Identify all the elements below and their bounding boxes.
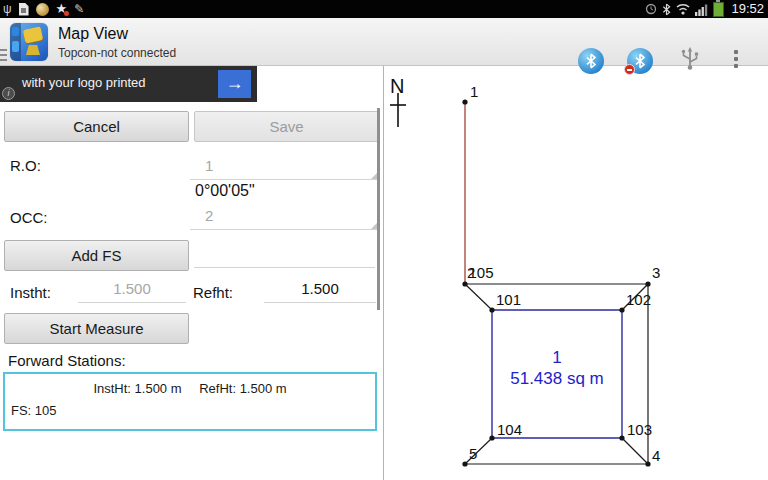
instht-label: Instht: [10,284,51,301]
app-icon[interactable] [10,23,48,61]
coin-app-icon [36,3,49,16]
occ-input[interactable]: 2 [190,202,378,230]
app-bar: Map View Topcon-not connected [0,18,768,66]
map-point-5 [462,461,467,466]
connection-status: Topcon-not connected [58,46,176,60]
ad-text: with your logo printed [22,75,146,90]
ad-banner[interactable]: with your logo printed → i [0,66,257,102]
map-line-2-101 [465,284,492,310]
map-line-4-103 [622,438,648,464]
status-bar: ψ ★ ✎ 19:52 [0,0,768,18]
ro-label: R.O: [10,157,41,174]
fs-item-refht: RefHt: 1.500 m [199,381,286,396]
refht-label: Refht: [193,284,233,301]
ad-arrow-button[interactable]: → [218,70,251,98]
parcel-area-label: 51.438 sq m [510,369,604,388]
instht-input[interactable]: 1.500 [78,275,186,303]
bluetooth-icon [634,53,646,69]
north-cross-icon [390,93,406,127]
save-button[interactable]: Save [194,111,379,142]
pencil-icon: ✎ [74,0,84,18]
cancel-button[interactable]: Cancel [4,111,189,142]
map-point-label-104: 104 [497,421,522,438]
bluetooth-icon [585,53,597,69]
map-point-label-103: 103 [627,421,652,438]
star-notification-icon: ★ [56,0,68,18]
status-bar-right-icons: 19:52 [645,0,768,18]
map-point-102 [619,307,624,312]
map-point-label-105: 105 [469,264,494,281]
page-title: Map View [58,25,128,43]
bluetooth-disconnect-button[interactable] [627,48,653,74]
map-view-canvas[interactable]: N 1 51.438 sq m 12105310110210310454 [384,66,768,480]
occ-label: OCC: [10,209,48,226]
wifi-icon [676,3,690,15]
form-scrollbar[interactable] [377,108,380,310]
battery-icon [713,2,724,17]
forward-station-list-item[interactable]: InstHt: 1.500 m RefHt: 1.500 m FS: 105 [3,372,377,431]
bluetooth-connect-button[interactable] [578,48,604,74]
map-point-104 [489,435,494,440]
refht-input[interactable]: 1.500 [264,275,376,303]
map-point-4 [645,461,650,466]
add-fs-button[interactable]: Add FS [4,240,189,271]
sim-card-icon [19,3,29,16]
map-point-2 [462,281,467,286]
fs-input[interactable] [194,240,375,268]
hamburger-icon[interactable] [0,49,7,61]
map-point-1 [462,99,467,104]
fs-item-instht: InstHt: 1.500 m [93,381,181,396]
ro-input[interactable]: 1 [190,152,378,180]
signal-bars-icon [695,3,708,16]
fs-item-heights: InstHt: 1.500 m RefHt: 1.500 m [5,381,375,396]
status-bar-left-icons: ψ ★ ✎ [0,0,84,18]
status-clock: 19:52 [731,0,764,18]
alarm-icon [645,3,657,15]
ad-info-icon[interactable]: i [2,87,15,100]
map-point-label-5: 5 [469,445,477,462]
map-svg: N 1 51.438 sq m 12105310110210310454 [384,66,768,480]
usb-icon: ψ [3,0,12,18]
start-measure-button[interactable]: Start Measure [4,313,189,344]
measure-form-panel: Cancel Save R.O: 1 0°00'05" OCC: 2 Add F… [0,66,383,480]
disconnect-badge-icon [624,64,635,75]
usb-icon [678,46,702,72]
angle-readout: 0°00'05" [195,182,255,200]
map-point-label-102: 102 [626,291,651,308]
usb-device-button[interactable] [678,46,702,76]
parcel-number-label: 1 [552,348,561,367]
map-point-101 [489,307,494,312]
map-point-label-101: 101 [496,291,521,308]
fs-item-station: FS: 105 [11,403,57,418]
map-point-label-1: 1 [470,83,478,100]
bluetooth-icon [662,3,671,16]
map-point-3 [645,281,650,286]
map-point-103 [619,435,624,440]
forward-stations-label: Forward Stations: [8,352,126,369]
map-point-label-4: 4 [652,447,660,464]
map-point-label-3: 3 [652,264,660,281]
overflow-menu-button[interactable] [734,50,738,68]
